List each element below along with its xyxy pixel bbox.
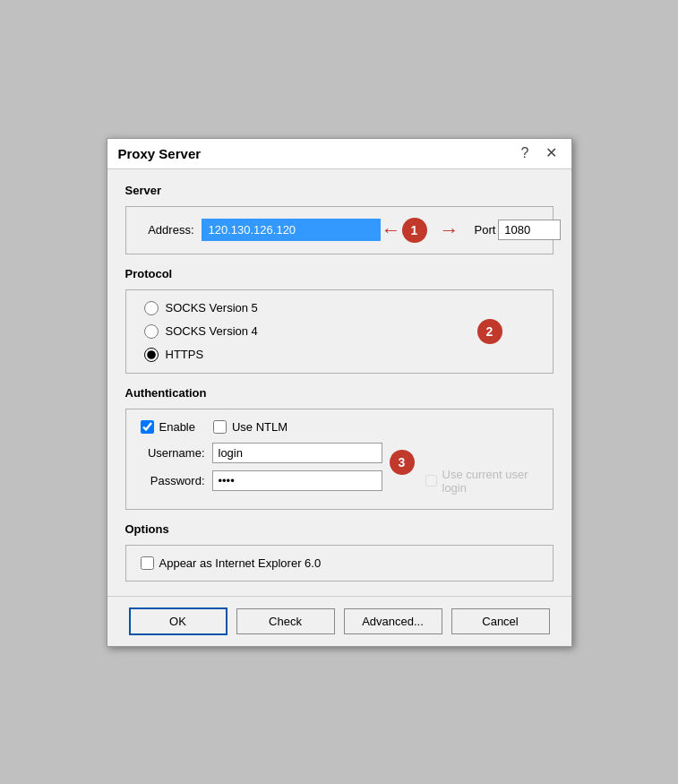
ok-button[interactable]: OK	[129, 607, 227, 635]
use-current-checkbox	[425, 474, 437, 487]
radio-socks4-label: SOCKS Version 4	[166, 324, 258, 338]
protocol-section-box: SOCKS Version 5 SOCKS Version 4 HTTPS	[125, 289, 554, 374]
server-section: Server Address: ← 1 → Port	[125, 184, 554, 254]
protocol-section: Protocol SOCKS Version 5 SOCKS Version 4	[125, 267, 554, 374]
dialog-footer: OK Check Advanced... Cancel	[107, 596, 571, 646]
auth-fields-left: Username: Password:	[141, 443, 382, 498]
badge-1: 1	[402, 218, 427, 243]
radio-https-label: HTTPS	[166, 348, 204, 361]
title-bar: Proxy Server ? ✕	[107, 139, 571, 169]
username-input[interactable]	[212, 443, 382, 463]
port-input[interactable]	[498, 220, 561, 240]
use-current-label: Use current user login	[442, 468, 538, 495]
radio-socks5[interactable]: SOCKS Version 5	[144, 301, 477, 315]
ntlm-checkbox[interactable]	[213, 420, 227, 434]
radio-socks4[interactable]: SOCKS Version 4	[144, 324, 477, 339]
proxy-server-dialog: Proxy Server ? ✕ Server Address: ←	[107, 138, 572, 647]
address-annotation-group: ← 1	[202, 218, 427, 243]
protocol-badge-container: 2	[477, 301, 538, 344]
protocol-radios: SOCKS Version 5 SOCKS Version 4 HTTPS	[141, 301, 477, 362]
enable-checkbox-item[interactable]: Enable	[141, 420, 195, 434]
radio-socks5-input[interactable]	[144, 301, 159, 315]
password-label: Password:	[141, 474, 205, 487]
enable-label: Enable	[159, 420, 195, 434]
username-label: Username:	[141, 446, 205, 460]
server-section-box: Address: ← 1 → Port	[125, 206, 554, 254]
ntlm-label: Use NTLM	[232, 420, 288, 434]
port-annotation-group: → Port	[442, 219, 562, 242]
dialog-title: Proxy Server	[118, 146, 202, 161]
options-section-box: Appear as Internet Explorer 6.0	[125, 545, 554, 582]
password-row: Password:	[141, 470, 382, 491]
auth-section-box: Enable Use NTLM Username:	[125, 409, 554, 510]
check-button[interactable]: Check	[236, 608, 335, 634]
protocol-outer: SOCKS Version 5 SOCKS Version 4 HTTPS	[141, 301, 538, 362]
auth-enable-row: Enable Use NTLM	[141, 420, 538, 434]
cancel-button[interactable]: Cancel	[451, 608, 550, 634]
appear-checkbox-item[interactable]: Appear as Internet Explorer 6.0	[141, 556, 538, 570]
badge-3: 3	[390, 450, 415, 475]
arrow-right-icon: →	[440, 219, 459, 242]
protocol-section-title: Protocol	[125, 267, 554, 280]
username-row: Username:	[141, 443, 382, 463]
radio-socks5-label: SOCKS Version 5	[166, 301, 258, 314]
advanced-button[interactable]: Advanced...	[344, 608, 442, 634]
radio-https-input[interactable]	[144, 348, 159, 362]
password-input-group	[212, 470, 382, 491]
ntlm-checkbox-item[interactable]: Use NTLM	[213, 420, 288, 434]
auth-section-title: Authentication	[125, 386, 554, 400]
server-row: Address: ← 1 → Port	[141, 218, 538, 243]
appear-label: Appear as Internet Explorer 6.0	[159, 556, 322, 570]
radio-socks4-input[interactable]	[144, 324, 159, 339]
badge-2: 2	[477, 319, 502, 344]
options-section-title: Options	[125, 522, 554, 536]
title-bar-right: ? ✕	[518, 146, 561, 160]
title-bar-left: Proxy Server	[118, 146, 202, 161]
use-current-container: Use current user login	[425, 443, 538, 495]
help-button[interactable]: ?	[518, 146, 533, 160]
auth-fields-outer: Username: Password:	[141, 443, 538, 498]
radio-https[interactable]: HTTPS	[144, 348, 477, 362]
dialog-content: Server Address: ← 1 → Port	[107, 169, 571, 596]
enable-checkbox[interactable]	[141, 420, 154, 434]
close-button[interactable]: ✕	[542, 146, 561, 160]
server-section-title: Server	[125, 184, 554, 197]
port-label: Port	[475, 223, 496, 237]
address-label: Address:	[141, 223, 194, 237]
appear-checkbox[interactable]	[141, 556, 154, 570]
options-section: Options Appear as Internet Explorer 6.0	[125, 522, 554, 582]
arrow-left-icon: ←	[382, 219, 401, 242]
badge3-container: 3	[382, 443, 425, 475]
username-input-group	[212, 443, 382, 463]
radio-group: SOCKS Version 5 SOCKS Version 4 HTTPS	[141, 301, 477, 362]
password-input[interactable]	[212, 470, 382, 491]
auth-section: Authentication Enable Use NTLM	[125, 386, 554, 510]
address-input[interactable]	[202, 219, 381, 241]
use-current-checkbox-item[interactable]: Use current user login	[425, 468, 538, 495]
